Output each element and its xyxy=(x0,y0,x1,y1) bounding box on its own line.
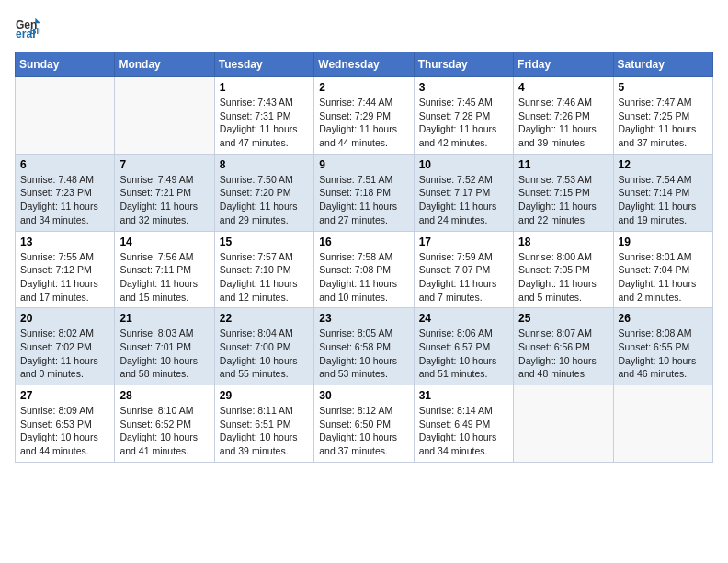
day-number: 7 xyxy=(119,158,209,171)
day-info: Sunrise: 7:53 AM Sunset: 7:15 PM Dayligh… xyxy=(518,173,608,227)
day-number: 3 xyxy=(419,81,508,94)
header-day-friday: Friday xyxy=(514,52,613,77)
day-number: 10 xyxy=(419,158,508,171)
day-info: Sunrise: 7:58 AM Sunset: 7:08 PM Dayligh… xyxy=(319,250,408,304)
calendar-cell: 21Sunrise: 8:03 AM Sunset: 7:01 PM Dayli… xyxy=(115,308,214,385)
calendar-cell: 30Sunrise: 8:12 AM Sunset: 6:50 PM Dayli… xyxy=(314,385,414,463)
day-number: 5 xyxy=(619,81,708,94)
day-info: Sunrise: 8:07 AM Sunset: 6:56 PM Dayligh… xyxy=(518,327,608,381)
calendar-cell: 24Sunrise: 8:06 AM Sunset: 6:57 PM Dayli… xyxy=(414,308,513,385)
day-number: 19 xyxy=(619,236,708,248)
day-info: Sunrise: 8:06 AM Sunset: 6:57 PM Dayligh… xyxy=(419,327,508,381)
day-number: 8 xyxy=(220,158,309,171)
calendar-cell: 6Sunrise: 7:48 AM Sunset: 7:23 PM Daylig… xyxy=(16,154,115,231)
calendar-cell: 31Sunrise: 8:14 AM Sunset: 6:49 PM Dayli… xyxy=(414,385,513,463)
day-number: 14 xyxy=(119,236,209,248)
calendar-cell: 22Sunrise: 8:04 AM Sunset: 7:00 PM Dayli… xyxy=(214,308,313,385)
day-number: 4 xyxy=(518,81,608,94)
day-number: 25 xyxy=(518,312,608,325)
day-number: 18 xyxy=(518,236,608,248)
calendar-cell: 27Sunrise: 8:09 AM Sunset: 6:53 PM Dayli… xyxy=(16,385,115,463)
day-number: 11 xyxy=(518,158,608,171)
day-number: 23 xyxy=(319,312,408,325)
day-info: Sunrise: 8:08 AM Sunset: 6:55 PM Dayligh… xyxy=(619,327,708,381)
logo: Gen eral Blue xyxy=(15,15,44,40)
calendar-cell: 29Sunrise: 8:11 AM Sunset: 6:51 PM Dayli… xyxy=(214,385,313,463)
day-info: Sunrise: 8:04 AM Sunset: 7:00 PM Dayligh… xyxy=(220,327,309,381)
week-row-1: 6Sunrise: 7:48 AM Sunset: 7:23 PM Daylig… xyxy=(16,154,713,231)
day-number: 16 xyxy=(319,236,408,248)
calendar-cell: 25Sunrise: 8:07 AM Sunset: 6:56 PM Dayli… xyxy=(514,308,613,385)
day-info: Sunrise: 8:00 AM Sunset: 7:05 PM Dayligh… xyxy=(518,250,608,304)
day-number: 9 xyxy=(319,158,408,171)
calendar-cell: 13Sunrise: 7:55 AM Sunset: 7:12 PM Dayli… xyxy=(16,231,115,308)
day-info: Sunrise: 7:51 AM Sunset: 7:18 PM Dayligh… xyxy=(319,173,408,227)
day-info: Sunrise: 7:48 AM Sunset: 7:23 PM Dayligh… xyxy=(20,173,109,227)
day-info: Sunrise: 7:52 AM Sunset: 7:17 PM Dayligh… xyxy=(419,173,508,227)
day-number: 6 xyxy=(20,158,109,171)
calendar-cell: 16Sunrise: 7:58 AM Sunset: 7:08 PM Dayli… xyxy=(314,231,414,308)
day-number: 22 xyxy=(220,312,309,325)
calendar-cell: 3Sunrise: 7:45 AM Sunset: 7:28 PM Daylig… xyxy=(414,77,513,155)
week-row-2: 13Sunrise: 7:55 AM Sunset: 7:12 PM Dayli… xyxy=(16,231,713,308)
day-info: Sunrise: 7:43 AM Sunset: 7:31 PM Dayligh… xyxy=(220,96,309,150)
calendar-cell: 2Sunrise: 7:44 AM Sunset: 7:29 PM Daylig… xyxy=(314,77,414,155)
day-number: 12 xyxy=(619,158,708,171)
day-info: Sunrise: 7:50 AM Sunset: 7:20 PM Dayligh… xyxy=(220,173,309,227)
calendar-cell: 5Sunrise: 7:47 AM Sunset: 7:25 PM Daylig… xyxy=(613,77,712,155)
day-number: 30 xyxy=(319,389,408,402)
day-info: Sunrise: 7:44 AM Sunset: 7:29 PM Dayligh… xyxy=(319,96,408,150)
day-info: Sunrise: 8:03 AM Sunset: 7:01 PM Dayligh… xyxy=(119,327,209,381)
day-info: Sunrise: 8:11 AM Sunset: 6:51 PM Dayligh… xyxy=(220,404,309,458)
day-info: Sunrise: 7:57 AM Sunset: 7:10 PM Dayligh… xyxy=(220,250,309,304)
calendar-cell: 18Sunrise: 8:00 AM Sunset: 7:05 PM Dayli… xyxy=(514,231,613,308)
day-info: Sunrise: 7:59 AM Sunset: 7:07 PM Dayligh… xyxy=(419,250,508,304)
day-number: 28 xyxy=(119,389,209,402)
week-row-0: 1Sunrise: 7:43 AM Sunset: 7:31 PM Daylig… xyxy=(16,77,713,155)
calendar-cell xyxy=(613,385,712,463)
day-info: Sunrise: 7:55 AM Sunset: 7:12 PM Dayligh… xyxy=(20,250,109,304)
day-number: 27 xyxy=(20,389,109,402)
day-info: Sunrise: 8:10 AM Sunset: 6:52 PM Dayligh… xyxy=(119,404,209,458)
calendar-header: SundayMondayTuesdayWednesdayThursdayFrid… xyxy=(16,52,713,77)
day-info: Sunrise: 7:56 AM Sunset: 7:11 PM Dayligh… xyxy=(119,250,209,304)
calendar-body: 1Sunrise: 7:43 AM Sunset: 7:31 PM Daylig… xyxy=(16,77,713,463)
calendar-cell: 8Sunrise: 7:50 AM Sunset: 7:20 PM Daylig… xyxy=(214,154,313,231)
header-day-tuesday: Tuesday xyxy=(214,52,313,77)
calendar-cell: 17Sunrise: 7:59 AM Sunset: 7:07 PM Dayli… xyxy=(414,231,513,308)
day-number: 26 xyxy=(619,312,708,325)
day-info: Sunrise: 8:05 AM Sunset: 6:58 PM Dayligh… xyxy=(319,327,408,381)
day-info: Sunrise: 8:09 AM Sunset: 6:53 PM Dayligh… xyxy=(20,404,109,458)
day-number: 24 xyxy=(419,312,508,325)
svg-text:Blue: Blue xyxy=(30,27,40,36)
calendar-cell: 14Sunrise: 7:56 AM Sunset: 7:11 PM Dayli… xyxy=(115,231,214,308)
calendar-cell: 28Sunrise: 8:10 AM Sunset: 6:52 PM Dayli… xyxy=(115,385,214,463)
day-number: 29 xyxy=(220,389,309,402)
week-row-3: 20Sunrise: 8:02 AM Sunset: 7:02 PM Dayli… xyxy=(16,308,713,385)
day-number: 17 xyxy=(419,236,508,248)
calendar-cell: 23Sunrise: 8:05 AM Sunset: 6:58 PM Dayli… xyxy=(314,308,414,385)
header-day-sunday: Sunday xyxy=(16,52,115,77)
day-info: Sunrise: 7:54 AM Sunset: 7:14 PM Dayligh… xyxy=(619,173,708,227)
header-day-thursday: Thursday xyxy=(414,52,513,77)
week-row-4: 27Sunrise: 8:09 AM Sunset: 6:53 PM Dayli… xyxy=(16,385,713,463)
calendar-cell: 11Sunrise: 7:53 AM Sunset: 7:15 PM Dayli… xyxy=(514,154,613,231)
calendar-cell: 9Sunrise: 7:51 AM Sunset: 7:18 PM Daylig… xyxy=(314,154,414,231)
calendar-cell: 26Sunrise: 8:08 AM Sunset: 6:55 PM Dayli… xyxy=(613,308,712,385)
calendar-cell: 15Sunrise: 7:57 AM Sunset: 7:10 PM Dayli… xyxy=(214,231,313,308)
calendar-cell: 10Sunrise: 7:52 AM Sunset: 7:17 PM Dayli… xyxy=(414,154,513,231)
day-info: Sunrise: 8:01 AM Sunset: 7:04 PM Dayligh… xyxy=(619,250,708,304)
calendar-cell: 20Sunrise: 8:02 AM Sunset: 7:02 PM Dayli… xyxy=(16,308,115,385)
day-number: 1 xyxy=(220,81,309,94)
day-number: 20 xyxy=(20,312,109,325)
header-day-saturday: Saturday xyxy=(613,52,712,77)
page-header: Gen eral Blue xyxy=(15,15,713,40)
day-info: Sunrise: 8:02 AM Sunset: 7:02 PM Dayligh… xyxy=(20,327,109,381)
calendar-cell xyxy=(514,385,613,463)
calendar-cell: 19Sunrise: 8:01 AM Sunset: 7:04 PM Dayli… xyxy=(613,231,712,308)
calendar-cell xyxy=(16,77,115,155)
day-number: 21 xyxy=(119,312,209,325)
calendar-cell: 1Sunrise: 7:43 AM Sunset: 7:31 PM Daylig… xyxy=(214,77,313,155)
day-number: 15 xyxy=(220,236,309,248)
header-day-monday: Monday xyxy=(115,52,214,77)
